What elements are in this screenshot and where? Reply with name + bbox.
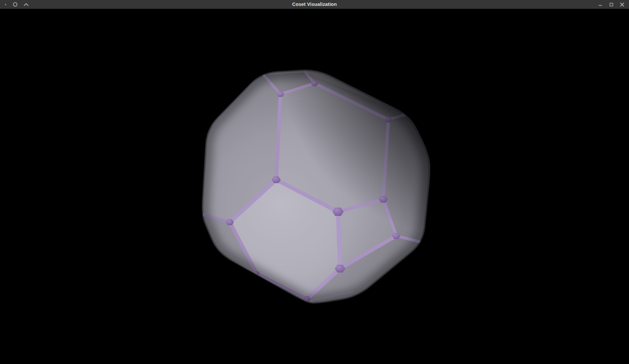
titlebar-left-controls [0,0,31,9]
window-title: Coset Visualization [0,0,629,9]
coset-polytope-scene [0,9,629,364]
app-dot-button[interactable] [1,0,10,9]
maximize-icon [609,3,613,7]
close-icon [620,2,624,7]
chevron-up-icon [24,3,29,6]
close-button[interactable] [617,0,627,9]
maximize-button[interactable] [606,0,617,9]
shadow-overlay [0,9,629,364]
circle-icon [13,2,18,7]
render-canvas[interactable] [0,9,629,364]
titlebar-right-controls [595,0,629,9]
app-circle-button[interactable] [10,0,21,9]
titlebar: Coset Visualization [0,0,629,9]
minimize-button[interactable] [595,0,606,9]
minimize-icon [598,2,603,7]
dot-icon [5,4,6,5]
window-shade-button[interactable] [21,0,31,9]
